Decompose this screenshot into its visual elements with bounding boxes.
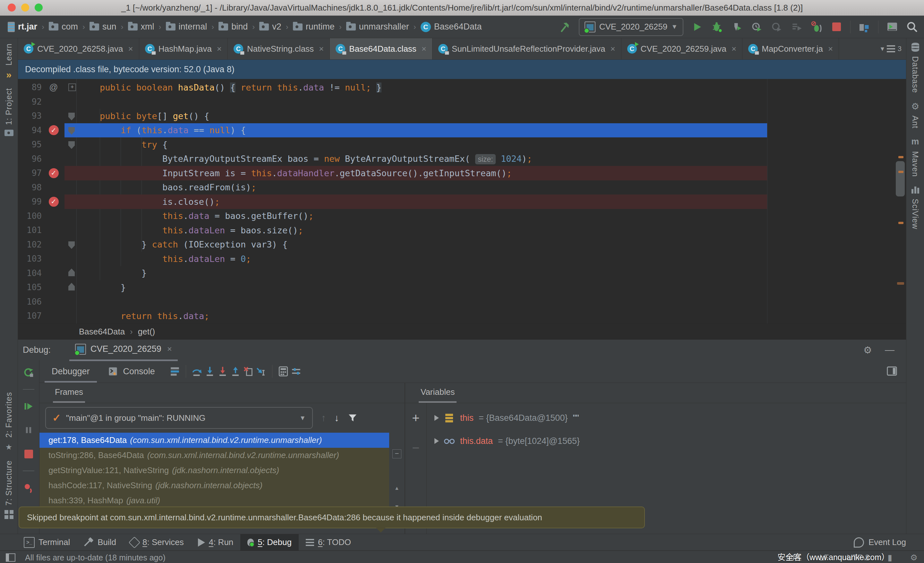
- stripe-button-Database[interactable]: Database: [910, 43, 920, 93]
- variables-tab[interactable]: Variables: [418, 383, 456, 403]
- annotation-icon[interactable]: @: [49, 83, 58, 92]
- editor-tab-NativeString.class[interactable]: CNativeString.class×: [228, 38, 330, 59]
- stripe-button-Maven[interactable]: mMaven: [910, 137, 920, 177]
- line-number[interactable]: 106: [18, 297, 42, 306]
- close-session-icon[interactable]: ×: [167, 344, 172, 354]
- close-tab-icon[interactable]: ×: [128, 44, 133, 54]
- gear-icon[interactable]: ⚙: [863, 344, 872, 356]
- drop-frame-icon[interactable]: [242, 364, 255, 378]
- breadcrumb-item-unmarshaller[interactable]: unmarshaller: [346, 22, 409, 32]
- step-into-icon[interactable]: [203, 364, 216, 378]
- frame-row[interactable]: hashCode:117, NativeString(jdk.nashorn.i…: [39, 478, 389, 493]
- line-number[interactable]: 94: [18, 126, 42, 135]
- line-number[interactable]: 96: [18, 154, 42, 164]
- expand-arrow-icon[interactable]: [434, 415, 439, 421]
- warning-stripe-mark[interactable]: [898, 222, 903, 224]
- line-number[interactable]: 98: [18, 183, 42, 192]
- collapse-icon[interactable]: −: [392, 449, 401, 458]
- search-everywhere-icon[interactable]: [906, 21, 918, 33]
- breadcrumb-item-bind[interactable]: bind: [219, 22, 248, 32]
- next-frame-icon[interactable]: ↓: [334, 413, 339, 423]
- toolwindow-button-8: Services[interactable]: 8: Services: [123, 534, 191, 551]
- variable-row[interactable]: this.data= {byte[1024]@1565}: [427, 429, 906, 453]
- warning-stripe-mark[interactable]: [898, 171, 903, 173]
- line-number[interactable]: 101: [18, 225, 42, 235]
- variable-row[interactable]: this= {Base64Data@1500}"": [427, 406, 906, 429]
- stripe-button-Learn[interactable]: Learn»: [4, 44, 14, 80]
- frame-row[interactable]: getStringValue:121, NativeString(jdk.nas…: [39, 463, 389, 478]
- toolwindow-button-4: Run[interactable]: 4: Run: [191, 534, 241, 551]
- add-watch-icon[interactable]: +: [412, 411, 419, 425]
- run-button[interactable]: [691, 21, 703, 33]
- frames-view-icon[interactable]: [168, 364, 181, 378]
- frames-tab[interactable]: Frames: [53, 383, 85, 403]
- resume-icon[interactable]: [22, 399, 35, 413]
- breadcrumb-item-com[interactable]: com: [49, 22, 78, 32]
- close-tab-icon[interactable]: ×: [422, 44, 426, 54]
- toolwindow-button-Terminal[interactable]: Terminal: [16, 534, 77, 551]
- stripe-button-7: Structure[interactable]: 7: Structure: [4, 460, 14, 519]
- filter-frames-icon[interactable]: [348, 413, 358, 423]
- hidden-tabs-button[interactable]: ▾ 3: [880, 38, 906, 59]
- editor-tab-CVE_2020_26259.java[interactable]: CCVE_2020_26259.java×: [621, 38, 743, 59]
- minimize-window-icon[interactable]: [21, 3, 29, 12]
- run-with-coverage-button[interactable]: [731, 21, 743, 33]
- event-log-button[interactable]: Event Log: [854, 534, 906, 551]
- tab-debugger[interactable]: Debugger: [44, 360, 98, 383]
- coverage-toolwindow-icon[interactable]: [858, 21, 870, 33]
- stop-icon[interactable]: [22, 447, 35, 461]
- line-number[interactable]: 105: [18, 282, 42, 292]
- line-number[interactable]: 104: [18, 268, 42, 278]
- gear-icon[interactable]: ⚙: [910, 553, 918, 563]
- run-anything-icon[interactable]: [886, 21, 898, 33]
- step-over-icon[interactable]: [190, 364, 203, 378]
- line-number[interactable]: 99: [18, 197, 42, 206]
- editor-tab-Base64Data.class[interactable]: CBase64Data.class×: [330, 38, 432, 59]
- line-number[interactable]: 97: [18, 168, 42, 178]
- frame-row[interactable]: get:178, Base64Data(com.sun.xml.internal…: [39, 433, 389, 448]
- breakpoint-icon[interactable]: ✓: [49, 125, 59, 135]
- toolwindow-button-5: Debug[interactable]: 5: Debug: [240, 534, 299, 551]
- line-number[interactable]: 92: [18, 97, 42, 107]
- close-window-icon[interactable]: [8, 3, 16, 12]
- rerun-icon[interactable]: [22, 365, 35, 380]
- editor-tab-CVE_2020_26258.java[interactable]: CCVE_2020_26258.java×: [18, 38, 139, 59]
- stripe-button-Ant[interactable]: Ant: [910, 101, 920, 129]
- thread-selector[interactable]: ✓ "main"@1 in group "main": RUNNING ▼: [45, 407, 313, 429]
- expand-arrow-icon[interactable]: [434, 438, 439, 444]
- toggle-toolwindows-icon[interactable]: [6, 553, 15, 562]
- profile-button[interactable]: [751, 21, 763, 33]
- scrollbar-thumb[interactable]: [896, 161, 905, 197]
- step-out-icon[interactable]: [229, 364, 242, 378]
- error-stripe-mark[interactable]: [897, 282, 904, 285]
- layout-settings-icon[interactable]: [885, 364, 898, 378]
- settings-sliders-icon[interactable]: [290, 364, 303, 378]
- breadcrumb-class[interactable]: Base64Data: [79, 327, 125, 337]
- editor-tab-MapConverter.ja[interactable]: CMapConverter.ja×: [742, 38, 839, 59]
- tab-console[interactable]: Console: [98, 360, 163, 383]
- previous-frame-icon[interactable]: ↑: [321, 413, 326, 423]
- debug-button[interactable]: [711, 21, 723, 33]
- close-tab-icon[interactable]: ×: [217, 44, 222, 54]
- attach-debugger-icon[interactable]: [810, 21, 823, 33]
- toolwindow-button-6: TODO[interactable]: 6: TODO: [299, 534, 358, 551]
- toolwindow-button-Build[interactable]: Build: [77, 534, 123, 551]
- breadcrumb-method[interactable]: get(): [138, 327, 155, 337]
- frame-row[interactable]: toString:286, Base64Data(com.sun.xml.int…: [39, 448, 389, 463]
- evaluate-expression-icon[interactable]: [277, 364, 290, 378]
- close-tab-icon[interactable]: ×: [828, 44, 833, 54]
- debug-session-tab[interactable]: CVE_2020_26259 ×: [69, 339, 178, 361]
- breadcrumb-item-sun[interactable]: sun: [90, 22, 117, 32]
- breadcrumb-item-v2[interactable]: v2: [259, 22, 281, 32]
- breadcrumb-item-internal[interactable]: internal: [166, 22, 207, 32]
- scroll-up-icon[interactable]: ▲: [394, 485, 399, 491]
- breakpoint-icon[interactable]: ✓: [49, 168, 59, 178]
- stripe-button-2: Favorites[interactable]: 2: Favorites: [4, 392, 14, 452]
- stop-button[interactable]: [830, 21, 843, 33]
- force-step-into-icon[interactable]: [216, 364, 229, 378]
- line-number[interactable]: 89: [18, 83, 42, 92]
- warning-stripe-mark[interactable]: [898, 156, 903, 158]
- breadcrumb-item-rt.jar[interactable]: rt.jar: [8, 22, 37, 32]
- editor-tab-HashMap.java[interactable]: CHashMap.java×: [139, 38, 228, 59]
- breadcrumb-item-Base64Data[interactable]: CBase64Data: [421, 22, 482, 32]
